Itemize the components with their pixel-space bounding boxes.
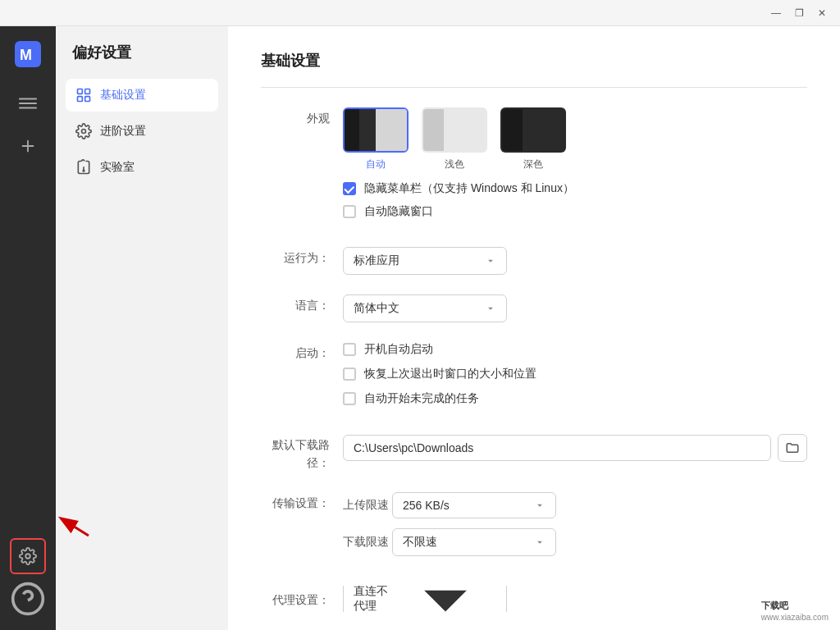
proxy-value: 直连不代理 xyxy=(354,586,395,612)
behavior-value: 标准应用 xyxy=(354,253,399,268)
svg-rect-15 xyxy=(85,97,90,102)
restore-window-checkbox[interactable] xyxy=(343,368,356,381)
transfer-label: 传输设置： xyxy=(261,492,343,512)
hide-menu-row: 隐藏菜单栏（仅支持 Windows 和 Linux） xyxy=(343,181,807,196)
download-label: 下载限速 xyxy=(343,535,392,550)
nav-label-lab: 实验室 xyxy=(100,160,135,175)
appearance-thumb-light xyxy=(422,107,487,153)
appearance-auto[interactable]: 自动 xyxy=(343,107,409,171)
svg-point-18 xyxy=(83,170,84,171)
proxy-select[interactable]: 直连不代理 xyxy=(343,586,507,612)
nav-label-advanced: 进阶设置 xyxy=(100,124,146,139)
basic-settings-icon xyxy=(75,87,92,103)
restore-window-label: 恢复上次退出时窗口的大小和位置 xyxy=(364,367,536,381)
lab-icon xyxy=(75,159,92,176)
nav-item-lab[interactable]: 实验室 xyxy=(66,151,218,184)
add-button[interactable] xyxy=(10,128,46,164)
upload-select[interactable]: 256 KB/s xyxy=(392,492,556,518)
maximize-button[interactable]: ❐ xyxy=(788,3,810,23)
restore-window-row: 恢复上次退出时窗口的大小和位置 xyxy=(343,367,807,381)
proxy-row: 代理设置： 直连不代理 xyxy=(261,586,807,612)
svg-rect-3 xyxy=(19,103,37,104)
svg-rect-13 xyxy=(85,89,90,94)
browse-button[interactable] xyxy=(778,434,807,462)
appearance-options: 自动 浅色 xyxy=(343,107,807,171)
nav-label-basic: 基础设置 xyxy=(100,88,146,103)
svg-rect-12 xyxy=(78,89,83,94)
narrow-sidebar: M xyxy=(0,26,56,630)
app-logo: M xyxy=(10,36,46,72)
advanced-settings-icon xyxy=(75,123,92,139)
folder-icon xyxy=(785,441,800,455)
appearance-light-label: 浅色 xyxy=(445,158,464,171)
settings-button[interactable] xyxy=(10,538,46,574)
download-path-content xyxy=(343,434,807,462)
language-select[interactable]: 简体中文 xyxy=(343,294,507,322)
language-content: 简体中文 xyxy=(343,294,807,322)
svg-point-16 xyxy=(82,130,86,134)
svg-rect-6 xyxy=(22,145,34,147)
language-chevron-icon xyxy=(485,303,496,314)
help-button[interactable] xyxy=(10,581,46,617)
hide-menu-checkbox[interactable] xyxy=(343,182,356,195)
appearance-content: 自动 浅色 xyxy=(343,107,807,227)
download-path-input-row xyxy=(343,434,807,462)
download-path-row: 默认下载路径： xyxy=(261,434,807,472)
download-row: 下载限速 不限速 xyxy=(343,528,807,556)
appearance-thumb-auto xyxy=(343,107,409,153)
behavior-content: 标准应用 xyxy=(343,247,807,275)
main-layout: M xyxy=(0,26,840,630)
close-button[interactable]: ✕ xyxy=(810,3,833,23)
download-path-label: 默认下载路径： xyxy=(261,434,343,472)
upload-row: 上传限速 256 KB/s xyxy=(343,492,807,518)
upload-chevron-icon xyxy=(534,500,546,511)
svg-point-7 xyxy=(25,554,30,559)
title-divider xyxy=(261,87,807,88)
behavior-select[interactable]: 标准应用 xyxy=(343,247,507,275)
language-row: 语言： 简体中文 xyxy=(261,294,807,322)
svg-text:M: M xyxy=(20,47,32,63)
auto-tasks-label: 自动开始未完成的任务 xyxy=(364,391,479,406)
auto-start-label: 开机自动启动 xyxy=(364,342,433,357)
svg-rect-4 xyxy=(19,107,37,109)
language-value: 简体中文 xyxy=(354,301,399,316)
startup-options: 开机自动启动 恢复上次退出时窗口的大小和位置 自动开始未完成的任务 xyxy=(343,342,807,414)
nav-item-advanced[interactable]: 进阶设置 xyxy=(66,115,218,148)
behavior-chevron-icon xyxy=(485,255,496,267)
appearance-light[interactable]: 浅色 xyxy=(422,107,487,171)
title-bar: — ❐ ✕ xyxy=(0,0,840,26)
minimize-button[interactable]: — xyxy=(765,3,788,23)
transfer-content: 上传限速 256 KB/s 下载限速 不限速 xyxy=(343,492,807,566)
svg-rect-2 xyxy=(19,98,37,100)
proxy-chevron-icon xyxy=(395,586,496,612)
transfer-row: 传输设置： 上传限速 256 KB/s 下载限速 不限速 xyxy=(261,492,807,566)
auto-hide-checkbox[interactable] xyxy=(343,205,356,218)
auto-tasks-checkbox[interactable] xyxy=(343,392,356,405)
behavior-label: 运行为： xyxy=(261,247,343,267)
language-label: 语言： xyxy=(261,294,343,314)
hide-menu-label: 隐藏菜单栏（仅支持 Windows 和 Linux） xyxy=(364,181,574,196)
appearance-thumb-dark xyxy=(500,107,566,153)
startup-label: 启动： xyxy=(261,342,343,362)
behavior-row: 运行为： 标准应用 xyxy=(261,247,807,275)
startup-row: 启动： 开机自动启动 恢复上次退出时窗口的大小和位置 自动开始未完成的任务 xyxy=(261,342,807,414)
download-select[interactable]: 不限速 xyxy=(392,528,556,556)
nav-item-basic[interactable]: 基础设置 xyxy=(66,79,218,112)
page-title: 基础设置 xyxy=(261,51,807,71)
settings-sidebar: 偏好设置 基础设置 进阶设置 xyxy=(56,26,228,630)
appearance-row: 外观 自动 xyxy=(261,107,807,227)
auto-hide-row: 自动隐藏窗口 xyxy=(343,204,807,219)
appearance-dark[interactable]: 深色 xyxy=(500,107,566,171)
proxy-label: 代理设置： xyxy=(261,589,343,609)
appearance-label: 外观 xyxy=(261,107,343,127)
auto-start-row: 开机自动启动 xyxy=(343,342,807,357)
proxy-content: 直连不代理 xyxy=(343,586,807,612)
download-chevron-icon xyxy=(534,536,546,548)
settings-content: 基础设置 外观 xyxy=(228,26,840,630)
menu-button[interactable] xyxy=(10,85,46,121)
upload-value: 256 KB/s xyxy=(403,499,450,512)
download-path-input[interactable] xyxy=(343,435,771,461)
auto-start-checkbox[interactable] xyxy=(343,343,356,356)
svg-rect-14 xyxy=(78,97,83,102)
startup-content: 开机自动启动 恢复上次退出时窗口的大小和位置 自动开始未完成的任务 xyxy=(343,342,807,414)
